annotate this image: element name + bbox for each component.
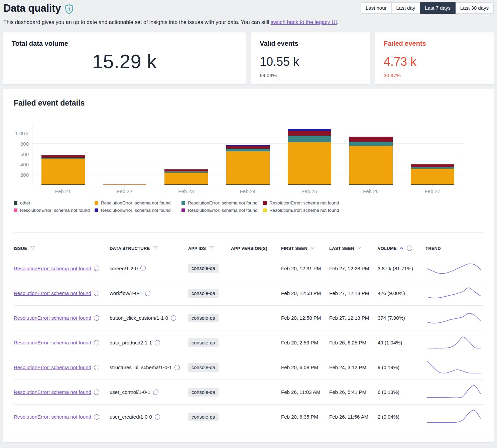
- first-seen-value: Feb 20, 6:08 PM: [281, 364, 318, 370]
- app-id-badge: console-qa: [188, 338, 219, 347]
- sort-chevron-down-icon: [357, 247, 361, 250]
- legend-label: ResolutionError: schema not found: [101, 208, 171, 213]
- issue-link[interactable]: ResolutionError: schema not found: [14, 315, 91, 321]
- legend-swatch-icon: [263, 201, 267, 205]
- first-seen-cell: Feb 20, 2:59 PM: [281, 340, 329, 345]
- filter-icon: [209, 246, 214, 251]
- last-seen-value: Feb 26, 11:56 AM: [329, 414, 368, 420]
- legend-item[interactable]: ResolutionError: schema not found: [14, 208, 95, 213]
- issue-cell: ResolutionError: schema not found: [14, 290, 110, 296]
- column-header-label: TREND: [425, 246, 441, 251]
- first-seen-cell: Feb 20, 12:58 PM: [281, 315, 329, 321]
- stacked-bar-feb-26: [349, 123, 393, 185]
- issue-help-icon[interactable]: [94, 266, 99, 271]
- issue-help-icon[interactable]: [94, 414, 99, 420]
- data-structure-help-icon[interactable]: [140, 266, 146, 271]
- description-period: .: [337, 19, 338, 25]
- dashboard-description: This dashboard gives you an up to date a…: [3, 19, 494, 25]
- sort-chevron-down-icon[interactable]: [310, 247, 315, 250]
- issue-link[interactable]: ResolutionError: schema not found: [14, 364, 91, 370]
- issue-cell: ResolutionError: schema not found: [14, 340, 110, 345]
- trend-cell: [425, 334, 486, 352]
- column-header-volume[interactable]: VOLUME: [378, 246, 425, 251]
- issue-help-icon[interactable]: [94, 340, 99, 345]
- data-structure-help-icon[interactable]: [145, 291, 150, 296]
- bar-segment: [164, 184, 208, 185]
- volume-help-icon[interactable]: [407, 246, 412, 251]
- first-seen-value: Feb 20, 12:31 PM: [281, 266, 321, 271]
- failed-events-table: ISSUEDATA STRUCTUREAPP IDSAPP VERSION(S)…: [14, 241, 483, 429]
- legend-item[interactable]: ResolutionError: schema not found: [181, 200, 263, 205]
- issue-link[interactable]: ResolutionError: schema not found: [14, 340, 91, 345]
- volume-cell: 6 (0.13%): [378, 389, 425, 395]
- time-range-last-30-days[interactable]: Last 30 days: [455, 2, 494, 14]
- legend-label: ResolutionError: schema not found: [188, 200, 258, 205]
- issue-cell: ResolutionError: schema not found: [14, 364, 110, 370]
- first-seen-value: Feb 20, 12:58 PM: [281, 290, 321, 296]
- trend-cell: [425, 408, 486, 426]
- legend-item[interactable]: ResolutionError: schema not found: [181, 208, 263, 213]
- issue-help-icon[interactable]: [94, 390, 99, 395]
- stacked-bar-feb-27: [411, 123, 454, 185]
- time-range-last-7-days[interactable]: Last 7 days: [420, 2, 456, 14]
- stacked-bar-feb-24: [226, 123, 270, 185]
- filter-icon[interactable]: [153, 246, 158, 251]
- legend-item[interactable]: ResolutionError: schema not found: [95, 208, 181, 213]
- first-seen-value: Feb 20, 12:58 PM: [281, 315, 321, 321]
- filter-icon[interactable]: [209, 246, 214, 251]
- issue-link[interactable]: ResolutionError: schema not found: [14, 266, 91, 271]
- legend-item[interactable]: other: [14, 200, 95, 205]
- first-seen-value: Feb 20, 6:35 PM: [281, 414, 318, 420]
- app-id-badge: console-qa: [188, 289, 219, 298]
- y-tick-label: 400: [20, 162, 29, 167]
- sort-chevron-up-icon[interactable]: [400, 247, 404, 250]
- data-structure-help-icon[interactable]: [155, 414, 160, 420]
- x-tick: [432, 185, 433, 187]
- legacy-ui-link[interactable]: switch back to the legacy UI: [271, 19, 337, 25]
- issue-link[interactable]: ResolutionError: schema not found: [14, 389, 91, 395]
- time-range-last-day[interactable]: Last day: [391, 2, 420, 14]
- trend-cell: [425, 309, 486, 327]
- x-tick: [309, 185, 309, 187]
- legend-item[interactable]: ResolutionError: schema not found: [263, 208, 483, 213]
- issue-link[interactable]: ResolutionError: schema not found: [14, 290, 91, 296]
- sort-chevron-down-icon[interactable]: [357, 247, 361, 250]
- y-tick-label: 800: [20, 141, 29, 147]
- stacked-bar-feb-23: [164, 123, 208, 185]
- trend-cell: [425, 259, 486, 277]
- legend-item[interactable]: ResolutionError: schema not found: [263, 200, 483, 205]
- column-header-last-seen[interactable]: LAST SEEN: [329, 246, 378, 251]
- legend-swatch-icon: [14, 208, 17, 212]
- column-header-first-seen[interactable]: FIRST SEEN: [281, 246, 329, 251]
- total-volume-title: Total data volume: [12, 40, 237, 47]
- last-seen-cell: Feb 27, 12:18 PM: [329, 315, 378, 321]
- data-structure-label: button_click_custom/1-1-0: [110, 315, 168, 321]
- legend-label: ResolutionError: schema not found: [269, 208, 339, 213]
- issue-cell: ResolutionError: schema not found: [14, 266, 110, 271]
- data-structure-cell: button_click_custom/1-1-0: [110, 315, 188, 321]
- x-tick-label: Feb 25: [301, 188, 317, 194]
- column-header-issue: ISSUE: [14, 246, 110, 251]
- data-structure-help-icon[interactable]: [153, 390, 158, 395]
- data-structure-help-icon[interactable]: [155, 340, 160, 345]
- page-title: Data quality: [3, 2, 61, 15]
- legend-swatch-icon: [263, 208, 267, 212]
- issue-help-icon[interactable]: [94, 291, 99, 296]
- issue-help-icon[interactable]: [94, 315, 99, 321]
- last-seen-value: Feb 27, 12:18 PM: [329, 290, 369, 296]
- chart-plot-area: [32, 123, 463, 185]
- time-range-last-hour[interactable]: Last hour: [361, 2, 392, 14]
- top-bar: Data quality Last hourLast dayLast 7 day…: [3, 0, 494, 15]
- issue-link[interactable]: ResolutionError: schema not found: [14, 414, 91, 420]
- x-tick-label: Feb 26: [363, 188, 379, 194]
- first-seen-cell: Feb 20, 6:35 PM: [281, 414, 329, 420]
- y-tick-label: 600: [20, 151, 29, 157]
- data-structure-help-icon[interactable]: [174, 365, 180, 370]
- issue-help-icon[interactable]: [94, 365, 99, 370]
- trend-sparkline: [425, 259, 482, 277]
- legend-item[interactable]: ResolutionError: schema not found: [95, 200, 181, 205]
- filter-icon[interactable]: [30, 246, 35, 251]
- data-structure-help-icon[interactable]: [171, 315, 176, 321]
- last-seen-value: Feb 26, 5:41 PM: [329, 389, 366, 395]
- stacked-bar-feb-22: [103, 123, 146, 185]
